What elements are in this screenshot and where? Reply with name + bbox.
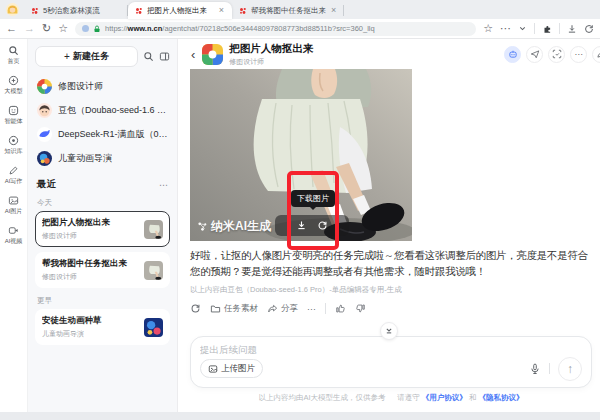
user-agreement-link[interactable]: 《用户协议》 <box>422 393 467 402</box>
input-right-icons: ↑ <box>529 357 582 381</box>
agent-item-doubao[interactable]: 豆包（Doubao-seed-1.6 Pro… <box>35 98 170 122</box>
tab-forest-stream[interactable]: 5秒治愈森林溪流 <box>24 2 128 19</box>
robot-icon <box>508 49 518 59</box>
downloads-icon[interactable] <box>567 24 577 34</box>
nav-rail: 首页 大模型 智能体 知识库 <box>0 39 28 412</box>
chevron-double-down-icon <box>384 326 394 336</box>
chat-main: ‹ 把图片人物抠出来 修图设计师 <box>178 39 600 412</box>
assistant-robot-button[interactable] <box>504 46 521 63</box>
browser-window: 5秒治愈森林溪流 把图片人物抠出来 × 帮我将图中任务抠出来 × ← → ↻ ☆ <box>0 0 600 420</box>
rail-item-ai-video[interactable]: AI视频 <box>5 225 23 246</box>
generated-image[interactable]: 纳米AI生成 下载图片 <box>190 69 412 241</box>
user-avatar-icon <box>6 3 19 16</box>
collapse-sidebar-icon[interactable] <box>159 51 170 62</box>
task-panel: + 新建任务 修图设计师 <box>28 39 178 412</box>
back-chevron-icon[interactable]: ‹ <box>190 48 196 61</box>
upload-image-icon <box>208 364 218 374</box>
thumbs-down-button[interactable] <box>355 303 366 314</box>
header-more-button[interactable]: ⋯ <box>570 46 587 63</box>
site-info-icon[interactable] <box>82 25 89 32</box>
chat-title-block: 把图片人物抠出来 修图设计师 <box>229 42 498 67</box>
toolbar-divider <box>534 23 535 34</box>
panel-search-icon[interactable] <box>143 51 154 62</box>
send-button[interactable]: ↑ <box>558 357 582 381</box>
knowledge-target-icon <box>8 135 19 146</box>
rail-item-knowledge[interactable]: 知识库 <box>5 135 23 156</box>
agent-item-deepseek[interactable]: DeepSeek-R1-满血版（052… <box>35 122 170 146</box>
assistant-message: 好啦，让抠的人像图片变明亮的任务完成啦～您看看这张调整后的图片，亮度是不是符合您… <box>190 247 596 280</box>
agent-avatar <box>37 79 52 94</box>
bookmark-star-icon[interactable]: ☆ <box>58 23 68 34</box>
video-camera-icon <box>8 225 19 236</box>
scroll-to-bottom-button[interactable] <box>380 322 398 340</box>
screenshot-button[interactable] <box>548 46 565 63</box>
header-extra-button[interactable] <box>592 46 600 63</box>
toolbar-right-icons: ☆ ⋯ <box>483 23 594 34</box>
tab-close-icon[interactable]: × <box>330 6 337 15</box>
share-chat-button[interactable] <box>526 46 543 63</box>
chat-input-box[interactable]: 上传图片 ↑ <box>190 336 592 388</box>
new-task-label: 新建任务 <box>73 50 109 63</box>
chat-header: ‹ 把图片人物抠出来 修图设计师 <box>190 39 600 69</box>
regenerate-icon[interactable] <box>317 220 328 231</box>
chat-agent-avatar <box>202 44 223 65</box>
history-card-cutout-person[interactable]: 把图片人物抠出来 修图设计师 <box>35 211 170 247</box>
panel-top-row: + 新建任务 <box>35 46 170 67</box>
regenerate-button[interactable] <box>190 303 201 314</box>
nano-ai-molecule-icon <box>197 221 208 232</box>
refresh-icon <box>190 303 201 314</box>
history-card-andersen[interactable]: 安徒生动画种草 儿童动画导演 <box>35 309 170 345</box>
chevron-down-icon[interactable] <box>518 24 527 33</box>
thumbs-up-button[interactable] <box>335 303 346 314</box>
new-task-button[interactable]: + 新建任务 <box>35 46 138 67</box>
agent-avatar <box>37 103 52 118</box>
microphone-icon[interactable] <box>529 363 541 375</box>
action-divider <box>325 303 326 314</box>
edit-icon <box>596 49 600 59</box>
nav-forward-icon[interactable]: → <box>24 23 35 34</box>
tab-cutout-task[interactable]: 帮我将图中任务抠出来 × <box>232 2 344 19</box>
url-bar[interactable]: https://www.n.cn/agentchat/70218c506e344… <box>75 22 476 36</box>
agent-item-retouch-designer[interactable]: 修图设计师 <box>35 74 170 98</box>
agent-avatar <box>37 151 52 166</box>
watermark-text: 纳米AI生成 <box>211 218 271 235</box>
chat-subtitle: 修图设计师 <box>229 57 498 67</box>
reload-icon[interactable]: ↻ <box>42 23 51 34</box>
rail-item-agents[interactable]: 智能体 <box>5 105 23 126</box>
ssl-lock-icon <box>93 25 101 33</box>
message-more-button[interactable]: ⋯ <box>307 304 316 314</box>
tab-cutout-person[interactable]: 把图片人物抠出来 × <box>128 2 232 19</box>
url-more-icon[interactable]: ⋯ <box>500 23 511 34</box>
nav-back-icon[interactable]: ← <box>6 23 17 34</box>
agent-item-kids-animation[interactable]: 儿童动画导演 <box>35 146 170 170</box>
folder-icon <box>210 303 221 314</box>
privacy-policy-link[interactable]: 《隐私协议》 <box>479 393 524 402</box>
agent-smiley-icon <box>8 105 19 116</box>
share-button[interactable]: 分享 <box>267 303 298 315</box>
upload-image-button[interactable]: 上传图片 <box>200 359 263 378</box>
message-action-bar: 任务素材 分享 ⋯ <box>190 303 600 315</box>
rail-item-ai-image[interactable]: AI图片 <box>5 195 23 216</box>
rail-item-ai-writing[interactable]: AI写作 <box>5 165 23 186</box>
image-icon <box>8 195 19 206</box>
history-icon[interactable] <box>584 24 594 34</box>
followup-input[interactable] <box>200 344 582 355</box>
thumbs-down-icon <box>355 303 366 314</box>
rail-item-llm[interactable]: 大模型 <box>5 75 23 96</box>
download-image-icon[interactable] <box>296 220 307 231</box>
recent-header: 最近 ⋯ <box>37 178 168 191</box>
browser-toolbar: ← → ↻ ☆ https://www.n.cn/agentchat/70218… <box>0 19 600 39</box>
profile-avatar[interactable] <box>0 0 24 19</box>
group-label-today: 今天 <box>37 198 168 208</box>
extensions-puzzle-icon[interactable] <box>542 24 552 34</box>
favorite-star-icon[interactable]: ☆ <box>483 23 493 34</box>
download-tooltip: 下载图片 <box>291 190 335 207</box>
tab-close-icon[interactable]: × <box>218 6 225 15</box>
chat-header-buttons: ⋯ <box>504 46 600 63</box>
history-card-cutout-task[interactable]: 帮我将图中任务抠出来 修图设计师 <box>35 252 170 288</box>
window-body: 首页 大模型 智能体 知识库 <box>0 39 600 412</box>
task-material-button[interactable]: 任务素材 <box>210 303 258 315</box>
rail-item-home[interactable]: 首页 <box>8 45 20 66</box>
chat-title: 把图片人物抠出来 <box>229 42 498 56</box>
recent-more-icon[interactable]: ⋯ <box>159 180 168 190</box>
